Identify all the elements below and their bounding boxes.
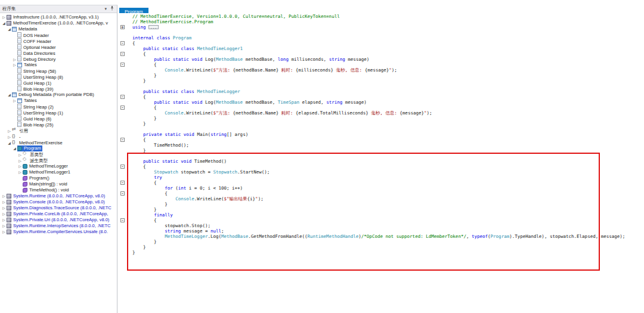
code-line[interactable] bbox=[117, 153, 644, 159]
expand-icon[interactable]: ▷ bbox=[17, 169, 23, 175]
tree-item[interactable]: ▷Debug Directory bbox=[0, 56, 117, 62]
code-line[interactable]: } bbox=[117, 250, 644, 255]
tree-item[interactable]: ▷MethodTimeLogger1 bbox=[0, 169, 117, 175]
code-line[interactable]: -{ bbox=[117, 41, 644, 46]
tree-item[interactable]: Guid Heap (1) bbox=[0, 80, 117, 86]
code-line[interactable]: public static void TimeMethod() bbox=[117, 159, 644, 164]
tree-item[interactable]: ▷System.Runtime.CompilerServices.Unsafe … bbox=[0, 229, 117, 235]
expand-icon[interactable]: ▷ bbox=[17, 163, 23, 169]
code-line[interactable]: - { bbox=[117, 94, 644, 100]
fold-collapse-icon[interactable]: - bbox=[120, 165, 125, 169]
code-line[interactable]: internal class Program bbox=[117, 35, 644, 41]
expand-icon[interactable]: ▷ bbox=[17, 152, 23, 158]
tree-item[interactable]: ▷Tables bbox=[0, 62, 117, 68]
code-line[interactable]: - { bbox=[117, 164, 644, 169]
tree-item[interactable]: UserString Heap (1) bbox=[0, 110, 117, 116]
code-line[interactable]: - { bbox=[117, 180, 644, 185]
tree-item[interactable]: ▷Infrastructure (1.0.0.0, .NETCoreApp, v… bbox=[0, 14, 117, 20]
tree-item[interactable]: Optional Header bbox=[0, 44, 117, 50]
code-line[interactable] bbox=[117, 126, 644, 132]
code-line[interactable]: - { bbox=[117, 137, 644, 142]
code-line[interactable]: - { bbox=[117, 105, 644, 110]
code-line[interactable]: - { bbox=[117, 51, 644, 57]
code-line[interactable]: public static void Log(MethodBase method… bbox=[117, 100, 644, 105]
code-line[interactable]: Console.WriteLine($"方法: {methodBase.Name… bbox=[117, 67, 644, 73]
code-line[interactable]: Stopwatch stopwatch = Stopwatch.StartNew… bbox=[117, 169, 644, 175]
tree-item[interactable]: ◢Metadata bbox=[0, 26, 117, 32]
fold-collapse-icon[interactable]: - bbox=[120, 63, 125, 67]
tree-item[interactable]: ▷基类型 bbox=[0, 151, 117, 157]
tree-item[interactable]: ▷派生类型 bbox=[0, 157, 117, 163]
tree-item[interactable]: Guid Heap (6) bbox=[0, 116, 117, 122]
tree-item[interactable]: ▷System.Console (8.0.0.0, .NETCoreApp, v… bbox=[0, 199, 117, 205]
expand-icon[interactable]: ▷ bbox=[12, 62, 17, 68]
fold-collapse-icon[interactable]: - bbox=[120, 106, 125, 110]
fold-collapse-icon[interactable]: - bbox=[120, 41, 125, 45]
code-line[interactable]: stopwatch.Stop(); bbox=[117, 223, 644, 228]
collapse-icon[interactable]: ◢ bbox=[12, 145, 17, 151]
code-line[interactable]: MethodTimeLogger.Log(MethodBase.GetMetho… bbox=[117, 234, 644, 239]
fold-collapse-icon[interactable]: - bbox=[120, 181, 125, 185]
tree-item[interactable]: ▷System.Diagnostics.TraceSource (8.0.0.0… bbox=[0, 205, 117, 211]
tree-item[interactable]: ▷Tables bbox=[0, 98, 117, 104]
tree-item[interactable]: DOS Header bbox=[0, 32, 117, 38]
tree-item[interactable]: String Heap (2) bbox=[0, 104, 117, 110]
tree-item[interactable]: Data Directories bbox=[0, 50, 117, 56]
tree-item[interactable]: ▷System.Runtime (8.0.0.0, .NETCoreApp, v… bbox=[0, 193, 117, 199]
code-line[interactable]: for (int i = 0; i < 100; i++) bbox=[117, 185, 644, 191]
code-line[interactable]: // MethodTimerExercise.Program bbox=[117, 19, 644, 24]
code-line[interactable]: // MethodTimerExercise, Version=1.0.0.0,… bbox=[117, 14, 644, 19]
expand-icon[interactable]: ▷ bbox=[1, 199, 7, 205]
tree-item[interactable]: ▷System.Runtime.InteropServices (8.0.0.0… bbox=[0, 223, 117, 229]
expand-icon[interactable]: ▷ bbox=[7, 134, 12, 140]
pin-icon[interactable] bbox=[110, 6, 114, 12]
tree-item[interactable]: Blob Heap (39) bbox=[0, 86, 117, 92]
collapse-icon[interactable]: ◢ bbox=[7, 26, 12, 32]
fold-collapse-icon[interactable]: - bbox=[120, 191, 125, 196]
tree-item[interactable]: ◢Debug Metadata (From portable PDB) bbox=[0, 92, 117, 98]
collapse-icon[interactable]: ◢ bbox=[7, 140, 12, 146]
expand-icon[interactable]: ▷ bbox=[1, 217, 7, 223]
expand-icon[interactable]: ▷ bbox=[12, 57, 17, 63]
fold-collapse-icon[interactable]: - bbox=[120, 138, 125, 142]
code-line[interactable]: } bbox=[117, 121, 644, 126]
code-line[interactable]: Console.WriteLine($"方法: {methodBase.Name… bbox=[117, 110, 644, 116]
tree-item[interactable]: String Heap (58) bbox=[0, 68, 117, 74]
tree-item[interactable]: Blob Heap (25) bbox=[0, 122, 117, 128]
tree-item[interactable]: ◢MethodTimerExercise (1.0.0.0, .NETCoreA… bbox=[0, 20, 117, 26]
tree-item[interactable]: ▷System.Private.Uri (8.0.0.0, .NETCoreAp… bbox=[0, 217, 117, 223]
tree-item[interactable]: ◢Program bbox=[0, 145, 117, 151]
code-line[interactable]: } bbox=[117, 73, 644, 78]
tree-item[interactable]: ▷System.Private.CoreLib (8.0.0.0, .NETCo… bbox=[0, 211, 117, 217]
fold-collapse-icon[interactable]: - bbox=[120, 52, 125, 56]
code-editor[interactable]: // MethodTimerExercise, Version=1.0.0.0,… bbox=[117, 13, 644, 313]
expand-icon[interactable]: ▷ bbox=[17, 158, 23, 164]
tree-item[interactable]: ◢MethodTimerExercise bbox=[0, 140, 117, 145]
code-line[interactable]: } bbox=[117, 239, 644, 244]
tree-item[interactable]: Program() bbox=[0, 175, 117, 181]
code-line[interactable] bbox=[117, 83, 644, 89]
code-line[interactable]: - { bbox=[117, 191, 644, 196]
collapsed-region-box[interactable]: ... bbox=[148, 25, 159, 29]
code-line[interactable]: } bbox=[117, 244, 644, 250]
code-line[interactable]: } bbox=[117, 207, 644, 212]
expand-icon[interactable]: ▷ bbox=[1, 211, 7, 217]
expand-icon[interactable]: ▷ bbox=[12, 98, 17, 104]
tree-item[interactable]: TimeMethod() : void bbox=[0, 187, 117, 193]
expand-icon[interactable]: ▷ bbox=[1, 14, 7, 20]
code-line[interactable]: private static void Main(string[] args) bbox=[117, 132, 644, 137]
expand-icon[interactable]: ▷ bbox=[1, 205, 7, 211]
code-line[interactable]: Console.WriteLine($"输出结果{i}"); bbox=[117, 196, 644, 202]
code-line[interactable]: +using ... bbox=[117, 24, 644, 30]
expand-icon[interactable]: ▷ bbox=[1, 223, 7, 229]
code-line[interactable]: public static class MethodTimeLogger1 bbox=[117, 46, 644, 51]
collapse-icon[interactable]: ◢ bbox=[1, 20, 7, 26]
code-line[interactable]: } bbox=[117, 202, 644, 207]
code-line[interactable]: string message = null; bbox=[117, 228, 644, 234]
code-line[interactable]: finally bbox=[117, 212, 644, 218]
code-line[interactable]: - { bbox=[117, 62, 644, 67]
code-line[interactable]: try bbox=[117, 175, 644, 180]
fold-collapse-icon[interactable]: - bbox=[120, 218, 125, 222]
tree-item[interactable]: Main(string[]) : void bbox=[0, 181, 117, 187]
code-line[interactable] bbox=[117, 30, 644, 35]
